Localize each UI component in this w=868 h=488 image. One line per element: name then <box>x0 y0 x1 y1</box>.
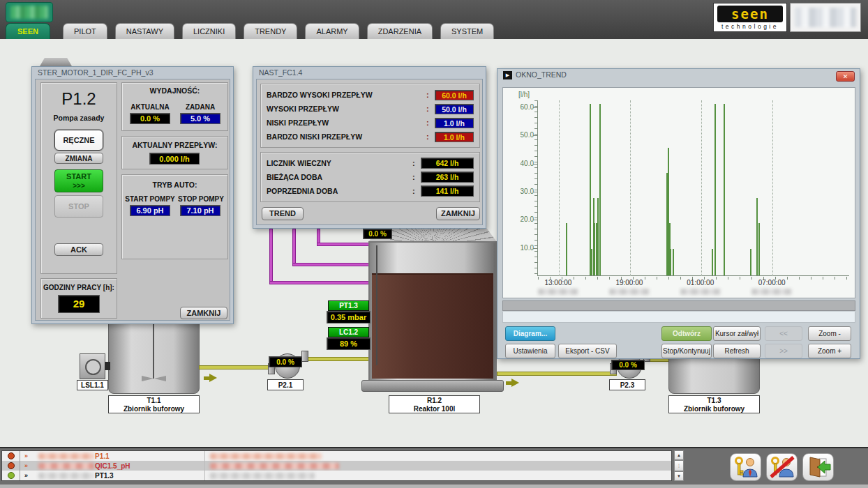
setting-value[interactable]: 263 l/h <box>421 171 474 183</box>
setting-label: BIEŻĄCA DOBA <box>267 173 412 181</box>
setting-row: WYSOKI PRZEPŁYW:50.0 l/h <box>261 102 479 116</box>
x-date-blurred <box>751 289 792 295</box>
tab-seen[interactable]: SEEN <box>6 23 50 39</box>
alarm-tag: P1.1 <box>95 452 110 460</box>
alarm-row[interactable]: »QIC1.5_pH <box>2 461 671 471</box>
aktualna-value: 0.0 % <box>130 113 170 124</box>
trend-button-odtw-rz[interactable]: Odtwórz <box>661 326 712 341</box>
dosing-pipe-1-h <box>269 281 370 284</box>
colon: : <box>426 91 435 99</box>
alarm-row[interactable]: »P1.1 <box>2 451 671 461</box>
alarm-timestamp-blurred <box>38 453 94 459</box>
start-pompy-value[interactable]: 6.90 pH <box>130 205 170 216</box>
pipe-reactor-p23 <box>497 372 617 376</box>
alarm-status-bar: »P1.1»QIC1.5_pH»PT1.3 ▲ ⋮ ▼ <box>0 447 868 488</box>
flow-counters-panel: LICZNIK WIECZNY:642 l/hBIEŻĄCA DOBA:263 … <box>260 152 480 202</box>
nast-dialog-titlebar[interactable]: NAST_FC1.4 <box>253 67 486 79</box>
alarm-severity-cell <box>2 471 20 480</box>
trend-spike <box>750 249 751 275</box>
start-button[interactable]: START >>> <box>54 169 103 192</box>
pt13-tag[interactable]: PT1.3 <box>328 300 369 311</box>
reactor-thermowell <box>376 245 377 365</box>
seen-technologie-logo: seen technologie <box>713 3 787 32</box>
lc12-tag[interactable]: LC1.2 <box>328 327 369 337</box>
column-separator <box>204 451 205 461</box>
top-navigation-bar: SEEN PILOTNASTAWYLICZNIKITRENDYALARMYZDA… <box>0 0 868 39</box>
exit-door-icon[interactable] <box>802 453 834 481</box>
home-logo-button[interactable] <box>6 2 53 22</box>
trend-button-diagram-[interactable]: Diagram... <box>505 326 555 341</box>
nast-trend-button[interactable]: TREND <box>262 207 304 220</box>
stop-pompy-value[interactable]: 7.10 pH <box>180 205 220 216</box>
setting-value[interactable]: 1.0 l/h <box>435 132 474 142</box>
alarm-tag: PT1.3 <box>95 472 114 480</box>
tab-alarmy[interactable]: ALARMY <box>305 23 359 39</box>
przeplyw-value: 0.000 l/h <box>149 153 200 165</box>
alarm-row[interactable]: »PT1.3 <box>2 471 671 480</box>
logout-key-icon[interactable] <box>766 453 798 481</box>
login-key-icon[interactable] <box>730 453 761 481</box>
aktualna-label: AKTUALNA <box>127 103 173 111</box>
level-switch-lsl11[interactable] <box>80 353 105 379</box>
scroll-down-icon[interactable]: ▼ <box>674 471 684 481</box>
trend-button-refresh[interactable]: Refresh <box>713 344 761 358</box>
column-separator <box>204 471 205 480</box>
colon: : <box>412 173 421 181</box>
nast-close-button[interactable]: ZAMKNIJ <box>436 207 480 220</box>
tab-system[interactable]: SYSTEM <box>440 23 494 39</box>
trend-titlebar[interactable]: ▶ OKNO_TREND <box>497 69 860 81</box>
tab-nastawy[interactable]: NASTAWY <box>115 23 174 39</box>
gridline <box>772 100 773 276</box>
ok-dot-icon <box>8 472 15 479</box>
ack-button[interactable]: ACK <box>54 243 103 256</box>
pump-p23-speed: 0.0 % <box>611 360 645 370</box>
manual-button[interactable]: RĘCZNE <box>54 130 103 151</box>
tab-pilot[interactable]: PILOT <box>63 23 107 39</box>
y-tick-label: 30.0 <box>509 188 534 195</box>
x-tick-label: 07:00:00 <box>758 279 786 287</box>
trend-button-ustawienia[interactable]: Ustawienia <box>505 344 555 358</box>
tab-liczniki[interactable]: LICZNIKI <box>182 23 236 39</box>
tab-trendy[interactable]: TRENDY <box>244 23 297 39</box>
setting-row: BARDZO NISKI PRZEPŁYW:1.0 l/h <box>261 130 479 144</box>
trend-button-zoom-[interactable]: Zoom - <box>808 326 851 341</box>
pump-dialog: STER_MOTOR_1_DIR_FC_PH_v3 P1.2 Pompa zas… <box>31 66 234 324</box>
setting-value[interactable]: 642 l/h <box>421 158 474 169</box>
gridline <box>559 100 560 276</box>
pump-dialog-titlebar[interactable]: STER_MOTOR_1_DIR_FC_PH_v3 <box>32 67 233 79</box>
stop-button[interactable]: STOP <box>54 195 103 218</box>
reactor-r12[interactable] <box>368 241 497 381</box>
setting-value[interactable]: 50.0 l/h <box>435 104 474 114</box>
start-pompy-label: START POMPY <box>125 195 175 203</box>
x-date-blurred <box>680 289 721 295</box>
scroll-thumb[interactable]: ⋮ <box>674 460 684 471</box>
nast-dialog: NAST_FC1.4 BARDZO WYSOKI PRZEPŁYW:60.0 l… <box>253 66 486 229</box>
trend-spike <box>597 198 599 275</box>
alarm-row-empty <box>2 480 671 481</box>
logo-blurred <box>10 6 48 19</box>
trend-button-zoom-[interactable]: Zoom + <box>808 344 851 358</box>
close-icon[interactable]: ✕ <box>836 71 855 82</box>
y-tick-mark <box>533 248 538 249</box>
setting-value[interactable]: 60.0 l/h <box>435 90 474 100</box>
trend-button--[interactable]: << <box>765 326 802 341</box>
x-date-blurred <box>538 289 578 295</box>
alarm-scrollbar[interactable]: ▲ ⋮ ▼ <box>674 450 684 481</box>
trend-button--[interactable]: >> <box>765 344 802 358</box>
reactor-pedestal <box>361 380 504 392</box>
setting-label: BARDZO NISKI PRZEPŁYW <box>267 132 426 141</box>
trend-button-kursor-za-wy-[interactable]: Kursor zał/wył <box>713 326 761 341</box>
y-tick-mark <box>533 135 538 136</box>
column-separator <box>204 461 205 471</box>
trend-button-eksport-csv[interactable]: Eksport - CSV <box>558 344 617 358</box>
setting-value[interactable]: 1.0 l/h <box>435 118 474 128</box>
trend-button-stop-kontynuuj[interactable]: Stop/Kontynuuj <box>661 344 712 358</box>
change-button[interactable]: ZMIANA <box>54 153 103 164</box>
setting-value[interactable]: 141 l/h <box>421 185 474 197</box>
y-axis-unit-label: [l/h] <box>518 91 530 98</box>
pump-dialog-close-button[interactable]: ZAMKNIJ <box>180 307 227 319</box>
tab-zdarzenia[interactable]: ZDARZENIA <box>367 23 433 39</box>
zadana-value[interactable]: 5.0 % <box>180 113 220 124</box>
setting-label: POPRZEDNIA DOBA <box>267 187 412 195</box>
scroll-up-icon[interactable]: ▲ <box>674 450 684 460</box>
